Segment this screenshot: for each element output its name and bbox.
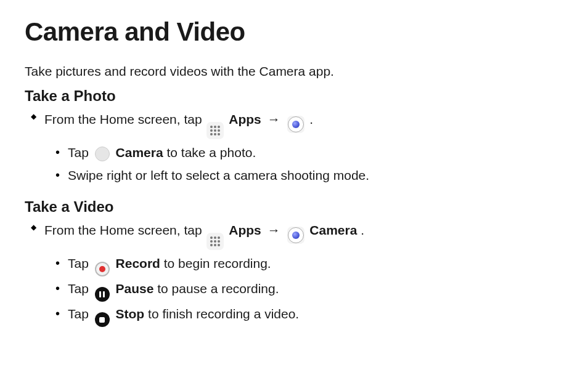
video-sub-pause: Tap Pause to pause a recording. — [68, 278, 563, 303]
photo-step-home: From the Home screen, tap Apps → . Tap C… — [44, 110, 563, 187]
text: From the Home screen, tap — [44, 112, 205, 126]
apps-label: Apps — [229, 112, 261, 126]
record-icon — [94, 260, 111, 278]
apps-grid-icon — [206, 122, 224, 139]
camera-label: Camera — [309, 223, 357, 237]
pause-icon — [94, 286, 111, 303]
stop-icon — [94, 311, 111, 328]
text: to pause a recording. — [157, 281, 279, 296]
arrow-icon: → — [267, 110, 280, 130]
text: to take a photo. — [166, 145, 256, 159]
photo-sub-swipe: Swipe right or left to select a camera s… — [68, 164, 563, 187]
camera-label: Camera — [116, 145, 163, 159]
text: . — [361, 223, 364, 237]
arrow-icon: → — [267, 220, 280, 241]
text: to finish recording a video. — [148, 307, 299, 321]
apps-label: Apps — [229, 223, 261, 237]
video-sub-record: Tap Record to begin recording. — [68, 252, 563, 278]
text: . — [309, 112, 313, 126]
video-sub-stop: Tap Stop to finish recording a video. — [68, 303, 563, 329]
stop-label: Stop — [116, 307, 145, 321]
shutter-icon — [94, 145, 111, 163]
record-label: Record — [116, 256, 160, 270]
page-title: Camera and Video — [25, 17, 563, 47]
pause-label: Pause — [116, 281, 154, 296]
document-page: Camera and Video Take pictures and recor… — [0, 0, 588, 328]
video-steps: From the Home screen, tap Apps → Camera … — [25, 220, 563, 329]
photo-substeps: Tap Camera to take a photo. Swipe right … — [44, 142, 563, 187]
apps-grid-icon — [206, 233, 224, 250]
video-step-home: From the Home screen, tap Apps → Camera … — [44, 220, 563, 329]
text: From the Home screen, tap — [44, 223, 205, 237]
section-take-video-heading: Take a Video — [25, 198, 563, 216]
camera-lens-icon — [287, 116, 304, 133]
text: Tap — [68, 307, 92, 321]
text: Tap — [68, 145, 92, 159]
intro-text: Take pictures and record videos with the… — [25, 64, 563, 79]
text: Tap — [68, 256, 92, 270]
section-take-photo-heading: Take a Photo — [25, 87, 563, 105]
video-substeps: Tap Record to begin recording. Tap Pause… — [44, 252, 563, 329]
camera-lens-icon — [287, 227, 304, 244]
text: to begin recording. — [164, 256, 271, 270]
text: Tap — [68, 281, 92, 296]
photo-sub-camera: Tap Camera to take a photo. — [68, 142, 563, 164]
photo-steps: From the Home screen, tap Apps → . Tap C… — [25, 110, 563, 187]
